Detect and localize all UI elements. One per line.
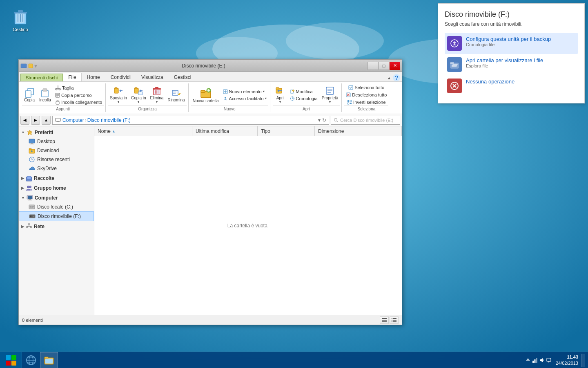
main-content: ▼ Preferiti Desktop [19, 126, 402, 315]
address-dropdown-btn[interactable]: ▾ [318, 117, 321, 123]
maximize-button[interactable]: □ [379, 62, 389, 70]
volume-icon[interactable] [539, 357, 545, 363]
network-status-icon[interactable] [532, 357, 538, 363]
incolla-collegamento-button[interactable]: Incolla collegamento [53, 99, 104, 105]
detail-view-button[interactable] [390, 316, 399, 324]
folder-option-icon [447, 57, 462, 72]
backup-icon [450, 38, 459, 48]
modifica-button[interactable]: Modifica [288, 88, 319, 95]
sidebar-header-gruppo-home[interactable]: ▶ Gruppo home [19, 184, 94, 193]
inverti-selezione-button[interactable]: Inverti selezione [345, 99, 388, 105]
elimina-button[interactable]: Elimina ▾ [149, 85, 165, 105]
sidebar-header-preferiti[interactable]: ▼ Preferiti [19, 128, 94, 137]
status-bar: 0 elementi [19, 315, 402, 325]
autoplay-option-folder[interactable]: Apri cartella per visualizzare i file Es… [445, 54, 578, 75]
tab-strumenti-dischi[interactable]: Strumenti dischi [20, 74, 63, 81]
computer-triangle: ▼ [21, 196, 25, 200]
deseleziona-tutto-button[interactable]: Deseleziona tutto [344, 92, 388, 98]
clock-time: 11.43 [556, 354, 578, 360]
apri-small-group: Modifica Cronologia [288, 88, 319, 102]
svg-point-72 [334, 118, 337, 121]
disco-locale-label: Disco locale (C:) [37, 204, 73, 210]
col-tipo[interactable]: Tipo [258, 126, 315, 136]
svg-rect-79 [29, 148, 31, 150]
taskbar-clock[interactable]: 11.43 24/02/2013 [556, 354, 578, 366]
seleziona-tutto-button[interactable]: Seleziona tutto [347, 84, 386, 91]
sidebar-header-computer[interactable]: ▼ Computer [19, 193, 94, 202]
removable-disk-icon [29, 213, 36, 220]
minimize-button[interactable]: ─ [368, 62, 378, 70]
list-view-button[interactable] [380, 316, 389, 324]
apri-button[interactable]: Apri ▾ [273, 85, 287, 105]
list-view-icon [381, 317, 387, 323]
backup-option-subtitle: Cronologia file [466, 42, 551, 47]
taskbar-ie-button[interactable] [22, 352, 40, 368]
ribbon-collapse-btn[interactable]: ▲ [387, 76, 391, 80]
sidebar-item-risorse-recenti[interactable]: Risorse recenti [19, 155, 94, 164]
col-nome[interactable]: Nome ▲ [94, 126, 192, 136]
svg-rect-109 [393, 320, 396, 321]
autoplay-option-none[interactable]: Nessuna operazione [445, 75, 578, 96]
copia-percorso-button[interactable]: Copia percorso [53, 92, 104, 99]
cronologia-button[interactable]: Cronologia [288, 95, 319, 102]
home-group-icon [26, 185, 32, 191]
col-ultima-modifica[interactable]: Ultima modifica [192, 126, 258, 136]
ribbon-group-organizza: Sposta in ▾ Copia in ▾ [107, 83, 188, 112]
address-path[interactable]: Computer › Disco rimovibile (F:) ▾ ↻ [52, 116, 329, 125]
computer-icon [27, 195, 33, 201]
svg-rect-91 [31, 206, 34, 207]
address-refresh-btn[interactable]: ↻ [322, 117, 326, 123]
up-button[interactable]: ▲ [42, 116, 51, 125]
help-button[interactable]: ? [393, 74, 400, 81]
rinomina-button[interactable]: Rinomina [166, 85, 186, 105]
nuova-cartella-button[interactable]: Nuova cartella [191, 85, 220, 105]
forward-button[interactable]: ▶ [31, 116, 40, 125]
arrow-up-small-icon[interactable] [525, 357, 531, 363]
copia-in-button[interactable]: Copia in ▾ [129, 85, 148, 105]
sidebar-item-download[interactable]: Download [19, 146, 94, 155]
sidebar-header-raccolte[interactable]: ▶ Raccolte [19, 174, 94, 183]
sidebar-item-desktop[interactable]: Desktop [19, 137, 94, 146]
col-dimensione[interactable]: Dimensione [315, 126, 402, 136]
taglia-button[interactable]: Taglia [53, 84, 104, 92]
autoplay-popup: Disco rimovibile (F:) Scegli cosa fare c… [438, 3, 585, 103]
back-button[interactable]: ◀ [20, 116, 29, 125]
copia-button[interactable]: Copia [22, 85, 37, 105]
tab-file[interactable]: File [63, 73, 81, 81]
svg-rect-97 [28, 224, 30, 225]
sposta-in-button[interactable]: Sposta in ▾ [108, 85, 129, 105]
tab-gestisci[interactable]: Gestisci [169, 73, 197, 81]
ribbon-nuovo-buttons: Nuova cartella Nuovo elemento ▾ [191, 84, 268, 105]
sidebar-item-disco-locale[interactable]: Disco locale (C:) [19, 202, 94, 211]
incolla-button[interactable]: Incolla [38, 85, 53, 105]
autoplay-option-backup[interactable]: Configura questa unità per il backup Cro… [445, 33, 578, 54]
tab-visualizza[interactable]: Visualizza [136, 73, 169, 81]
close-button[interactable]: ✕ [390, 62, 400, 70]
svg-rect-88 [28, 200, 32, 200]
sidebar-item-disco-rimovibile[interactable]: Disco rimovibile (F:) [19, 211, 94, 221]
window-icon [20, 63, 27, 69]
action-center-icon[interactable] [546, 357, 552, 363]
tab-home[interactable]: Home [82, 73, 105, 81]
tab-condividi[interactable]: Condividi [105, 73, 136, 81]
svg-marker-136 [540, 358, 543, 362]
nuovo-elemento-button[interactable]: Nuovo elemento ▾ [221, 88, 268, 95]
svg-marker-132 [526, 358, 530, 361]
start-button[interactable] [0, 352, 22, 368]
svg-point-84 [29, 186, 31, 188]
cestino-icon[interactable]: Cestino [8, 8, 33, 32]
search-box[interactable]: Cerca Disco rimovibile (E:) [331, 116, 400, 125]
proprieta-button[interactable]: Proprietà ▾ [320, 85, 340, 105]
svg-rect-135 [536, 358, 537, 363]
svg-rect-32 [115, 88, 117, 89]
sidebar-header-rete[interactable]: ▶ Rete [19, 222, 94, 231]
show-desktop-button[interactable] [581, 354, 585, 367]
scissors-icon [55, 85, 61, 91]
autoplay-title: Disco rimovibile (F:) [445, 10, 578, 19]
svg-rect-34 [135, 88, 137, 89]
accesso-facilitato-button[interactable]: Accesso facilitato ▾ [221, 95, 268, 102]
path-computer: Computer [62, 117, 84, 123]
taskbar-explorer-button[interactable] [40, 352, 58, 368]
sidebar-item-skydrive[interactable]: SkyDrive [19, 164, 94, 173]
sort-icon: ▲ [112, 129, 116, 133]
